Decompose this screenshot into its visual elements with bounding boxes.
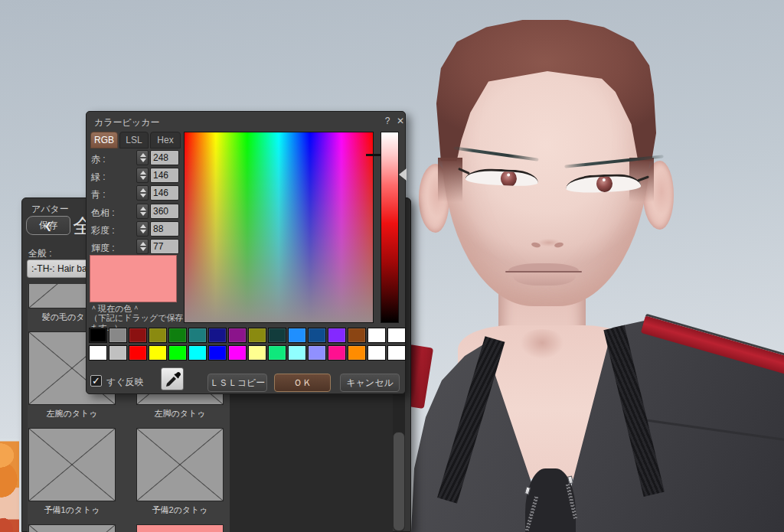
palette-swatch[interactable] <box>228 345 247 361</box>
blue-stepper[interactable] <box>136 185 149 201</box>
green-input[interactable] <box>150 168 179 183</box>
slider-cursor-icon[interactable] <box>399 168 407 181</box>
apply-immediately-checkbox[interactable]: ✓ <box>90 375 102 387</box>
palette-swatch[interactable] <box>248 328 266 343</box>
palette-swatch[interactable] <box>368 345 386 361</box>
palette-swatch[interactable] <box>149 328 167 343</box>
thumbnail-label: 左腕のタトゥ <box>28 408 118 419</box>
luminance-stepper[interactable] <box>136 239 149 254</box>
palette-swatch[interactable] <box>129 345 147 361</box>
tab-lsl[interactable]: LSL <box>119 132 149 149</box>
blue-input[interactable] <box>150 185 179 201</box>
luminance-slider[interactable] <box>381 132 399 323</box>
palette-swatch[interactable] <box>188 328 207 343</box>
palette-swatch[interactable] <box>268 328 286 343</box>
palette-swatch[interactable] <box>288 345 306 361</box>
saturation-input[interactable] <box>150 221 179 237</box>
avatar-mouth-line <box>505 271 582 273</box>
scrollbar-thumb[interactable] <box>393 432 405 531</box>
palette-swatch[interactable] <box>268 345 286 361</box>
avatar-sideburn-left <box>438 158 462 202</box>
close-icon[interactable]: ✕ <box>395 116 406 126</box>
eye-glint <box>507 173 510 176</box>
hue-saturation-picker[interactable] <box>184 132 374 323</box>
hue-stepper[interactable] <box>136 204 149 219</box>
avatar-neck-shadow <box>511 329 573 375</box>
palette-swatch[interactable] <box>129 328 147 343</box>
saturation-stepper[interactable] <box>136 221 149 237</box>
palette-swatch[interactable] <box>109 345 127 361</box>
general-field-label: 全般 : <box>28 247 52 260</box>
palette-swatch[interactable] <box>368 328 386 343</box>
palette-swatch[interactable] <box>308 345 326 361</box>
palette-swatch[interactable] <box>89 328 107 343</box>
blue-label: 青 : <box>91 188 106 201</box>
background-avatar-hair <box>0 439 19 532</box>
avatar-iris-left <box>500 170 517 188</box>
palette-swatch[interactable] <box>387 345 406 361</box>
eye-glint <box>603 178 606 181</box>
thumbnail-hair-color[interactable] <box>136 524 224 532</box>
palette-swatch[interactable] <box>208 345 227 361</box>
luminance-input[interactable] <box>150 239 179 254</box>
palette-swatch[interactable] <box>149 345 167 361</box>
red-stepper[interactable] <box>136 150 149 165</box>
viewer-window: アバター ❮ 保存 全般 全般 : :-TH-: Hair base 髪の毛のタ… <box>0 0 784 532</box>
tab-rgb[interactable]: RGB <box>90 132 118 149</box>
thumbnail-bottom-left[interactable] <box>28 524 116 532</box>
saturation-label: 彩度 : <box>91 224 115 237</box>
palette-swatch[interactable] <box>348 328 366 343</box>
palette-swatch[interactable] <box>288 328 306 343</box>
green-stepper[interactable] <box>136 168 149 183</box>
help-icon[interactable]: ? <box>382 116 393 126</box>
palette-row-2 <box>89 345 407 361</box>
tab-hex[interactable]: Hex <box>150 132 181 149</box>
palette-swatch[interactable] <box>228 328 247 343</box>
thumbnail-label: 予備1のタトゥ <box>28 504 118 516</box>
dialog-title: カラーピッカー <box>94 116 159 129</box>
avatar-iris-right <box>596 175 613 193</box>
back-save-button[interactable]: ❮ 保存 <box>26 216 70 235</box>
back-save-label: 保存 <box>39 219 57 232</box>
green-label: 緑 : <box>91 171 106 184</box>
palette-row-1 <box>89 328 407 343</box>
luminance-label: 輝度 : <box>91 242 115 255</box>
palette-swatch[interactable] <box>109 328 127 343</box>
palette-swatch[interactable] <box>248 345 266 361</box>
apply-immediately-label: すぐ反映 <box>106 376 144 389</box>
hue-label: 色相 : <box>91 207 115 220</box>
eyedropper-icon <box>164 370 182 389</box>
palette-swatch[interactable] <box>348 345 366 361</box>
ok-button[interactable]: ＯＫ <box>274 374 331 392</box>
palette-swatch[interactable] <box>89 345 107 361</box>
hue-input[interactable] <box>150 204 179 219</box>
palette-swatch[interactable] <box>168 328 187 343</box>
red-input[interactable] <box>150 150 179 165</box>
palette-swatch[interactable] <box>308 328 326 343</box>
eyedropper-button[interactable] <box>161 367 184 390</box>
picker-marker-icon <box>366 154 381 156</box>
palette-swatch[interactable] <box>188 345 207 361</box>
thumbnail-label: 予備2のタトゥ <box>134 504 226 516</box>
lsl-copy-button[interactable]: ＬＳＬコピー <box>207 374 267 392</box>
palette-swatch[interactable] <box>387 328 406 343</box>
cancel-button[interactable]: キャンセル <box>340 374 400 392</box>
thumbnail-spare1-tattoo[interactable] <box>28 428 116 501</box>
palette-swatch[interactable] <box>328 345 346 361</box>
current-color-swatch[interactable] <box>90 255 177 302</box>
thumbnail-label: 左脚のタトゥ <box>134 408 226 419</box>
color-picker-dialog: カラーピッカー ? ✕ RGB LSL Hex 赤 : 緑 : 青 : 色相 :… <box>86 111 406 394</box>
palette-swatch[interactable] <box>168 345 187 361</box>
red-label: 赤 : <box>91 153 106 166</box>
thumbnail-spare2-tattoo[interactable] <box>136 428 224 501</box>
palette-swatch[interactable] <box>208 328 227 343</box>
panel-title: アバター <box>31 203 69 216</box>
palette-swatch[interactable] <box>328 328 346 343</box>
